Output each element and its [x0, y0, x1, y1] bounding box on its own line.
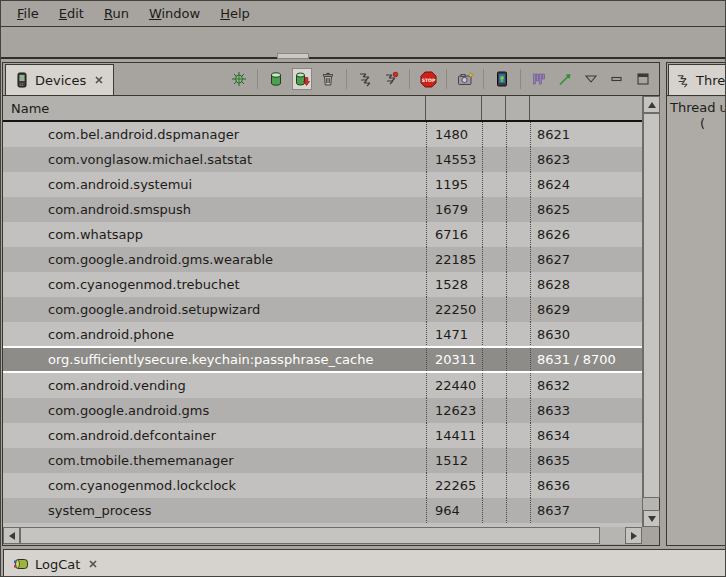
menu-item[interactable]: Help [210, 3, 260, 24]
scroll-down-button[interactable] [643, 510, 660, 527]
table-header: Name [3, 96, 642, 122]
stop-process-icon[interactable]: STOP [418, 68, 438, 90]
table-row[interactable]: system_process 964 8637 [3, 498, 642, 523]
menu-bar: File Edit Run Window Help [1, 1, 725, 27]
process-name: org.sufficientlysecure.keychain:passphra… [3, 348, 426, 371]
scroll-right-button[interactable] [625, 527, 642, 544]
heap-status-cell [482, 197, 506, 222]
thread-status-cell [506, 473, 530, 498]
screen-capture-icon[interactable] [455, 68, 475, 90]
tab-devices[interactable]: Devices [5, 64, 114, 95]
table-row[interactable]: com.android.vending 22440 8632 [3, 373, 642, 398]
threads-message-line2: ( [670, 116, 726, 132]
table-row[interactable]: com.google.android.gms.wearable 22185 86… [3, 247, 642, 272]
process-port: 8626 [530, 222, 642, 247]
minimize-icon[interactable] [607, 68, 627, 90]
vertical-scrollbar[interactable] [642, 96, 659, 527]
thread-status-cell [506, 147, 530, 172]
threads-view: Threads Thread up ( [666, 62, 726, 546]
up-arrow-icon [648, 102, 656, 108]
thread-status-cell [506, 222, 530, 247]
table-row[interactable]: com.vonglasow.michael.satstat 14553 8623 [3, 147, 642, 172]
process-pid: 14411 [426, 423, 482, 448]
process-name: com.android.smspush [3, 197, 426, 222]
process-pid: 22250 [426, 297, 482, 322]
horizontal-scroll-thumb[interactable] [20, 527, 600, 544]
heap-status-cell [482, 297, 506, 322]
column-header-name[interactable]: Name [3, 96, 426, 120]
right-arrow-icon [631, 532, 637, 540]
menu-item[interactable]: Edit [49, 3, 94, 24]
update-heap-icon[interactable] [266, 68, 286, 90]
tab-logcat[interactable]: LogCat [3, 549, 726, 577]
process-port: 8623 [530, 147, 642, 172]
horizontal-scrollbar[interactable] [3, 527, 642, 544]
process-port: 8629 [530, 297, 642, 322]
tab-logcat-label: LogCat [35, 557, 80, 572]
view-menu-icon[interactable] [581, 68, 601, 90]
process-port: 8628 [530, 272, 642, 297]
process-pid: 1195 [426, 172, 482, 197]
table-row[interactable]: com.google.android.setupwizard 22250 862… [3, 297, 642, 322]
threads-message: Thread up ( [667, 97, 726, 545]
update-threads-icon[interactable] [355, 68, 375, 90]
table-row[interactable]: com.whatsapp 6716 8626 [3, 222, 642, 247]
opengl-trace-icon[interactable] [555, 68, 575, 90]
scroll-left-button[interactable] [3, 527, 20, 544]
process-port: 8632 [530, 373, 642, 398]
thread-status-cell [506, 448, 530, 473]
close-icon[interactable] [88, 559, 98, 569]
process-port: 8621 [530, 122, 642, 147]
dump-hprof-icon[interactable] [292, 68, 312, 90]
process-name: com.google.android.gms [3, 398, 426, 423]
table-row[interactable]: com.bel.android.dspmanager 1480 8621 [3, 122, 642, 147]
table-row[interactable]: com.android.smspush 1679 8625 [3, 197, 642, 222]
menu-item[interactable]: Run [94, 3, 139, 24]
process-port: 8637 [530, 498, 642, 523]
tab-threads[interactable]: Threads [668, 64, 726, 95]
table-row[interactable]: com.google.android.gms 12623 8633 [3, 398, 642, 423]
process-pid: 1512 [426, 448, 482, 473]
table-row[interactable]: com.tmobile.thememanager 1512 8635 [3, 448, 642, 473]
menu-item[interactable]: File [7, 3, 49, 24]
process-pid: 1679 [426, 197, 482, 222]
process-name: com.cyanogenmod.trebuchet [3, 272, 426, 297]
table-row[interactable]: com.android.phone 1471 8630 [3, 322, 642, 347]
process-port: 8633 [530, 398, 642, 423]
table-row[interactable]: com.android.systemui 1195 8624 [3, 172, 642, 197]
maximize-icon[interactable] [633, 68, 653, 90]
heap-status-cell [482, 272, 506, 297]
scroll-up-button[interactable] [643, 96, 660, 113]
debug-process-icon[interactable] [229, 68, 249, 90]
heap-status-cell [482, 448, 506, 473]
systrace-icon[interactable] [529, 68, 549, 90]
table-row[interactable]: com.cyanogenmod.lockclock 22265 8636 [3, 473, 642, 498]
process-name: com.android.phone [3, 322, 426, 347]
table-row[interactable]: com.cyanogenmod.trebuchet 1528 8628 [3, 272, 642, 297]
sash-handle[interactable] [277, 53, 309, 59]
column-header-thread[interactable] [506, 96, 530, 120]
device-screen-icon[interactable] [492, 68, 512, 90]
cause-gc-icon[interactable] [318, 68, 338, 90]
heap-status-cell [482, 147, 506, 172]
menu-item[interactable]: Window [139, 3, 210, 24]
heap-status-cell [482, 247, 506, 272]
heap-status-cell [482, 322, 506, 347]
start-method-profiling-icon[interactable] [381, 68, 401, 90]
close-icon[interactable] [94, 75, 104, 85]
thread-status-cell [506, 297, 530, 322]
table-row[interactable]: com.android.defcontainer 14411 8634 [3, 423, 642, 448]
thread-status-cell [506, 423, 530, 448]
table-row[interactable]: org.sufficientlysecure.keychain:passphra… [3, 346, 642, 373]
process-name: com.android.vending [3, 373, 426, 398]
heap-status-cell [482, 473, 506, 498]
process-pid: 6716 [426, 222, 482, 247]
column-header-heap[interactable] [482, 96, 506, 120]
heap-status-cell [482, 398, 506, 423]
vertical-scroll-thumb[interactable] [643, 113, 660, 498]
thread-status-cell [506, 398, 530, 423]
column-header-port[interactable] [530, 96, 642, 120]
toolbar-separator [483, 69, 484, 89]
column-header-pid[interactable] [426, 96, 482, 120]
threads-icon [675, 73, 690, 88]
